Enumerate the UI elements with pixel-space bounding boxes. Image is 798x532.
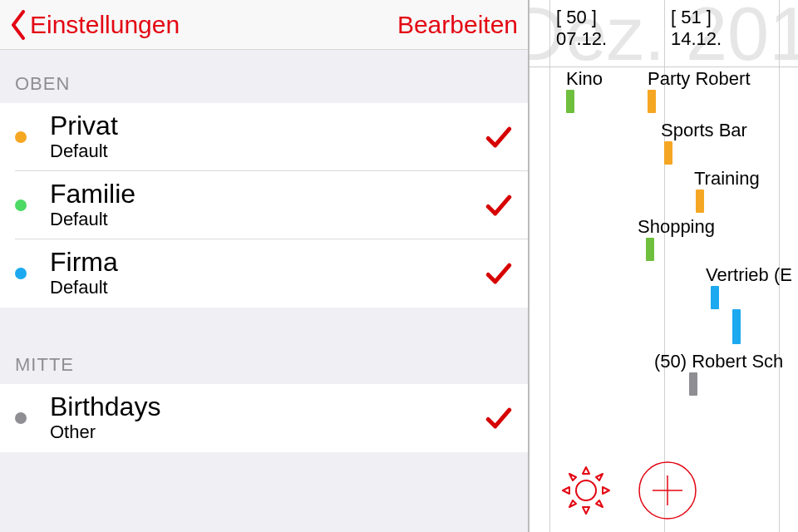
week-number: [ 51 ] <box>671 7 722 28</box>
section-header-top: OBEN <box>0 50 528 103</box>
list-item[interactable]: Firma Default <box>0 239 528 308</box>
week-date: 07.12. <box>556 28 607 50</box>
checkmark-icon <box>485 191 513 219</box>
section-header-mid: MITTE <box>0 308 528 384</box>
row-text: Firma Default <box>50 249 485 298</box>
row-title: Privat <box>50 112 485 140</box>
color-dot <box>15 200 27 211</box>
timeline-actions <box>556 461 697 520</box>
row-title: Familie <box>50 180 485 209</box>
event-bar[interactable] <box>689 372 697 396</box>
timeline-panel: Dez. 2015 [ 50 ] 07.12. [ 51 ] 14.12. Ki… <box>528 0 798 532</box>
event-bar[interactable] <box>711 286 719 309</box>
back-button[interactable]: Einstellungen <box>10 10 180 40</box>
list-item[interactable]: Familie Default <box>0 171 528 239</box>
event-label[interactable]: (50) Robert Sch <box>654 351 783 372</box>
color-dot <box>15 131 27 143</box>
event-label[interactable]: Kino <box>566 68 603 90</box>
color-dot <box>15 412 27 424</box>
nav-bar: Einstellungen Bearbeiten <box>0 0 528 50</box>
event-label[interactable]: Sports Bar <box>661 120 747 141</box>
gear-icon <box>556 461 616 520</box>
event-bar[interactable] <box>732 309 741 344</box>
add-event-button[interactable] <box>638 461 697 520</box>
row-text: Birthdays Other <box>50 393 485 443</box>
event-bar[interactable] <box>646 238 654 261</box>
timeline-area[interactable]: Kino Party Robert Sports Bar Training Sh… <box>530 66 798 457</box>
plus-icon <box>638 461 697 520</box>
row-subtitle: Default <box>50 140 485 162</box>
back-label: Einstellungen <box>30 11 180 39</box>
color-dot <box>15 268 27 279</box>
row-title: Firma <box>50 249 485 277</box>
calendar-list-mid: Birthdays Other <box>0 384 528 452</box>
event-bar[interactable] <box>566 90 574 113</box>
settings-panel: Einstellungen Bearbeiten OBEN Privat Def… <box>0 0 528 532</box>
edit-button[interactable]: Bearbeiten <box>397 11 518 39</box>
timeline-divider <box>530 66 798 67</box>
edit-label: Bearbeiten <box>397 11 518 38</box>
list-item[interactable]: Privat Default <box>0 103 528 171</box>
week-header: [ 51 ] 14.12. <box>671 7 722 51</box>
row-text: Familie Default <box>50 180 485 230</box>
settings-button[interactable] <box>556 461 616 520</box>
checkmark-icon <box>485 259 513 288</box>
chevron-left-icon <box>10 10 27 40</box>
row-subtitle: Other <box>50 421 485 443</box>
event-label[interactable]: Vertrieb (E <box>706 264 792 286</box>
event-label[interactable]: Training <box>694 168 760 190</box>
week-date: 14.12. <box>671 28 722 50</box>
calendar-list-top: Privat Default Familie Default Firma Def… <box>0 103 528 308</box>
week-number: [ 50 ] <box>556 7 607 28</box>
list-item[interactable]: Birthdays Other <box>0 384 528 452</box>
event-bar[interactable] <box>696 190 704 213</box>
row-text: Privat Default <box>50 112 485 162</box>
row-title: Birthdays <box>50 393 485 421</box>
row-subtitle: Default <box>50 277 485 298</box>
checkmark-icon <box>485 404 513 432</box>
event-bar[interactable] <box>648 90 656 113</box>
row-subtitle: Default <box>50 209 485 230</box>
event-label[interactable]: Shopping <box>638 216 715 238</box>
checkmark-icon <box>485 123 513 151</box>
event-label[interactable]: Party Robert <box>648 68 751 90</box>
event-bar[interactable] <box>664 141 672 165</box>
week-header: [ 50 ] 07.12. <box>556 7 607 51</box>
svg-point-0 <box>576 480 596 500</box>
